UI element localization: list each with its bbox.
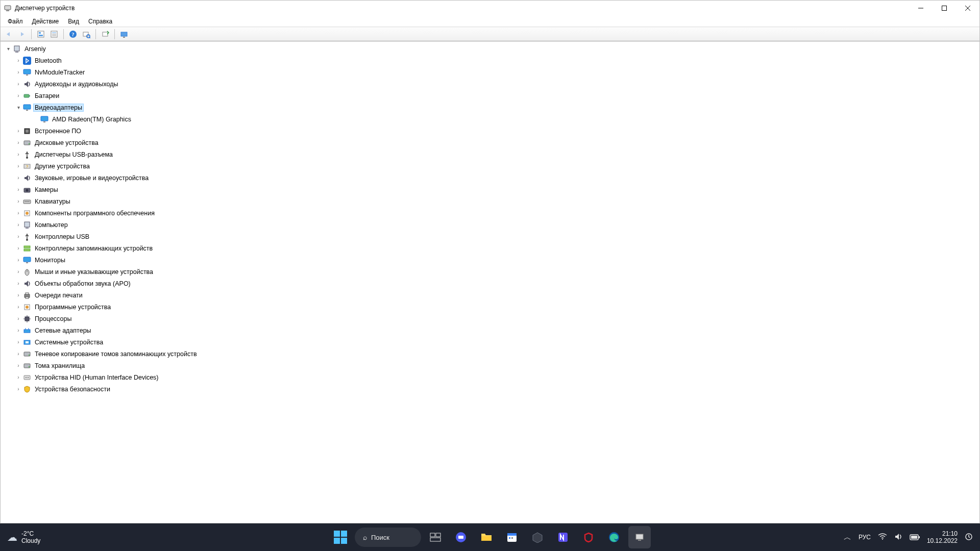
chat-button[interactable] [450, 526, 472, 548]
chevron-right-icon[interactable]: › [15, 186, 22, 193]
category-node[interactable]: ›Диспетчеры USB-разъема [1, 148, 979, 160]
category-node[interactable]: ›Звуковые, игровые и видеоустройства [1, 172, 979, 184]
category-node[interactable]: ›Дисковые устройства [1, 137, 979, 148]
forward-button[interactable] [16, 28, 28, 40]
show-all-devices-button[interactable] [35, 28, 47, 40]
chevron-right-icon[interactable]: › [15, 128, 22, 135]
category-node[interactable]: ›Мыши и иные указывающие устройства [1, 266, 979, 278]
close-button[interactable] [956, 1, 979, 16]
chevron-right-icon[interactable]: › [15, 268, 22, 276]
device-node[interactable]: AMD Radeon(TM) Graphics [1, 113, 979, 125]
volume-icon[interactable] [894, 533, 902, 542]
root-node[interactable]: ▾Arseniy [1, 43, 979, 55]
category-node[interactable]: ›Мониторы [1, 254, 979, 266]
chevron-right-icon[interactable]: › [15, 92, 22, 99]
maximize-button[interactable] [933, 1, 956, 16]
task-view-button[interactable] [424, 526, 447, 548]
category-node[interactable]: ›Контроллеры запоминающих устройств [1, 242, 979, 254]
menu-view[interactable]: Вид [64, 17, 83, 26]
chevron-right-icon[interactable]: › [15, 350, 22, 358]
category-node[interactable]: ›Устройства HID (Human Interface Devices… [1, 371, 979, 383]
input-language[interactable]: РУС [859, 534, 871, 541]
app-button-1[interactable] [526, 526, 549, 548]
category-node[interactable]: ›Процессоры [1, 313, 979, 324]
svg-rect-94 [919, 536, 920, 538]
menu-file[interactable]: Файл [4, 17, 27, 26]
chevron-right-icon[interactable]: › [15, 233, 22, 240]
svg-point-74 [26, 377, 27, 378]
minimize-button[interactable] [909, 1, 933, 16]
chevron-right-icon[interactable]: › [15, 210, 22, 217]
chevron-right-icon[interactable]: › [15, 327, 22, 334]
chevron-right-icon[interactable]: › [15, 245, 22, 252]
chevron-right-icon[interactable]: › [15, 257, 22, 264]
chevron-right-icon[interactable]: › [15, 362, 22, 369]
category-node[interactable]: ›Очереди печати [1, 289, 979, 301]
category-node[interactable]: ▾Видеоадаптеры [1, 102, 979, 113]
help-button[interactable]: ? [67, 28, 79, 40]
category-node[interactable]: ›?Другие устройства [1, 160, 979, 172]
weather-widget[interactable]: ☁ -2°C Cloudy [0, 530, 40, 544]
mcafee-button[interactable] [577, 526, 600, 548]
wifi-icon[interactable] [878, 533, 887, 542]
chevron-right-icon[interactable]: › [15, 221, 22, 229]
tray-overflow-button[interactable]: ︿ [844, 533, 851, 542]
app-button-2[interactable] [552, 526, 574, 548]
chevron-right-icon[interactable]: › [15, 339, 22, 346]
category-node[interactable]: ›Bluetooth [1, 55, 979, 66]
chevron-right-icon[interactable]: › [15, 292, 22, 299]
device-tree[interactable]: ▾Arseniy›Bluetooth›NvModuleTracker›Аудио… [1, 41, 979, 523]
device-manager-taskbar-button[interactable] [628, 526, 651, 548]
chevron-right-icon[interactable]: › [15, 386, 22, 393]
chevron-right-icon[interactable]: › [15, 374, 22, 381]
chevron-down-icon[interactable]: ▾ [5, 45, 12, 53]
clock[interactable]: 21:10 10.12.2022 [927, 530, 958, 544]
category-node[interactable]: ›Контроллеры USB [1, 231, 979, 242]
svg-rect-51 [26, 262, 28, 263]
category-node[interactable]: ›Сетевые адаптеры [1, 324, 979, 336]
edge-button[interactable] [603, 526, 625, 548]
chevron-right-icon[interactable]: › [15, 69, 22, 76]
chevron-right-icon[interactable]: › [15, 57, 22, 64]
chevron-right-icon[interactable]: › [15, 280, 22, 287]
category-node[interactable]: ›Тома хранилища [1, 360, 979, 371]
battery-icon[interactable] [910, 533, 920, 542]
category-node[interactable]: ›Компоненты программного обеспечения [1, 207, 979, 219]
search-box[interactable]: ⌕ Поиск [355, 528, 421, 547]
category-node[interactable]: ›Теневое копирование томов запоминающих … [1, 348, 979, 360]
chevron-right-icon[interactable]: › [15, 174, 22, 182]
chevron-right-icon[interactable]: › [15, 315, 22, 322]
monitor-icon [23, 68, 31, 77]
category-label: Диспетчеры USB-разъема [33, 151, 114, 159]
category-node[interactable]: ›Устройства безопасности [1, 383, 979, 395]
chevron-right-icon[interactable]: › [15, 139, 22, 146]
properties-button[interactable] [48, 28, 60, 40]
category-node[interactable]: ›Компьютер [1, 219, 979, 231]
chevron-right-icon[interactable]: › [15, 81, 22, 88]
uninstall-device-button[interactable] [99, 28, 111, 40]
category-node[interactable]: ›Клавиатуры [1, 195, 979, 207]
category-node[interactable]: ›Аудиовходы и аудиовыходы [1, 78, 979, 90]
category-node[interactable]: ›NvModuleTracker [1, 66, 979, 78]
chevron-right-icon[interactable]: › [15, 304, 22, 311]
chevron-down-icon[interactable]: ▾ [15, 104, 22, 111]
file-explorer-button[interactable] [475, 526, 498, 548]
scan-hardware-button[interactable] [80, 28, 92, 40]
menu-action[interactable]: Действие [28, 17, 63, 26]
start-button[interactable] [329, 526, 352, 548]
notifications-button[interactable] [965, 533, 973, 542]
category-node[interactable]: ›Объекты обработки звука (APO) [1, 278, 979, 289]
chevron-right-icon[interactable]: › [15, 151, 22, 158]
chevron-right-icon[interactable]: › [15, 163, 22, 170]
category-node[interactable]: ›Камеры [1, 184, 979, 195]
menu-help[interactable]: Справка [84, 17, 116, 26]
calendar-button[interactable] [501, 526, 523, 548]
back-button[interactable] [3, 28, 15, 40]
chevron-right-icon[interactable]: › [15, 198, 22, 205]
category-node[interactable]: ›Батареи [1, 90, 979, 102]
category-node[interactable]: ›Системные устройства [1, 336, 979, 348]
category-node[interactable]: ›Встроенное ПО [1, 125, 979, 137]
add-device-button[interactable] [118, 28, 130, 40]
keyboard-icon [23, 197, 31, 206]
category-node[interactable]: ›Программные устройства [1, 301, 979, 313]
